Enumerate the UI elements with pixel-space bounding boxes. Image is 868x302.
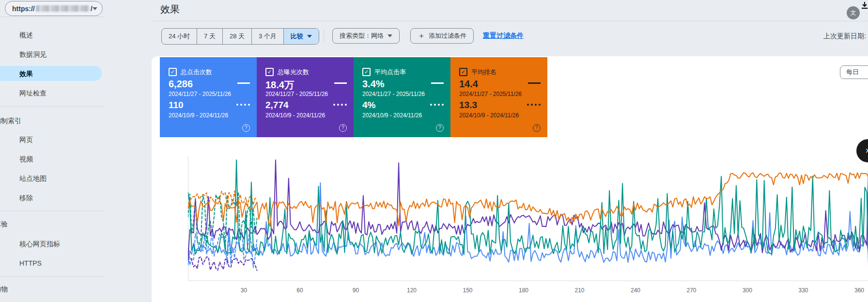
x-axis-tick-label: 90 xyxy=(353,287,359,294)
x-axis-tick-label: 60 xyxy=(296,287,303,294)
dotted-line-legend-icon xyxy=(333,104,347,106)
card-period-previous: 2024/10/9 - 2024/11/26 xyxy=(169,112,228,119)
header-divider xyxy=(153,21,868,21)
sidebar-item-insights[interactable]: 数据洞见 xyxy=(19,49,46,59)
card-period-previous: 2024/10/9 - 2024/11/26 xyxy=(265,112,325,119)
card-label: 总点击次数 xyxy=(181,68,212,76)
dotted-line-legend-icon xyxy=(236,104,250,106)
range-24h-button[interactable]: 24 小时 xyxy=(162,29,197,44)
granularity-daily-button[interactable]: 每日 xyxy=(840,65,868,79)
sidebar-item-videos[interactable]: 视频 xyxy=(19,154,33,164)
x-axis-tick-label: 300 xyxy=(743,287,752,294)
card-value-previous: 4% xyxy=(362,100,375,111)
chevron-down-icon xyxy=(93,7,97,10)
sidebar-item-sitemaps[interactable]: 站点地图 xyxy=(19,174,46,183)
property-url-redacted xyxy=(36,5,90,12)
help-icon[interactable]: ? xyxy=(533,124,541,132)
x-axis-tick-label: 360 xyxy=(854,287,864,294)
compare-button[interactable]: 比较 xyxy=(283,29,319,44)
translate-icon[interactable]: 文 xyxy=(847,6,860,19)
card-period-previous: 2024/10/9 - 2024/11/26 xyxy=(362,112,422,119)
sidebar-divider xyxy=(0,16,105,17)
sidebar-divider xyxy=(0,106,105,107)
card-total-clicks[interactable]: ✓ 总点击次数 6,286 2024/11/27 - 2025/11/26 11… xyxy=(160,57,257,137)
card-value-previous: 2,774 xyxy=(265,100,289,111)
card-label: 平均排名 xyxy=(471,68,496,76)
x-axis-tick-label: 330 xyxy=(798,287,808,294)
x-axis-tick-label: 270 xyxy=(686,287,696,294)
gsc-performance-page: { "page_bg": "#e9edf2", "accent_blue": "… xyxy=(0,0,868,302)
card-value-previous: 110 xyxy=(169,100,184,111)
card-period-current: 2024/11/27 - 2025/11/26 xyxy=(362,91,425,97)
card-period-current: 2024/11/27 - 2025/11/26 xyxy=(459,91,522,97)
x-axis-tick-labels: 306090120150180210240270300330360 xyxy=(188,287,868,296)
sidebar-active-pill xyxy=(0,66,102,81)
x-axis-tick-label: 150 xyxy=(463,287,472,294)
card-period-previous: 2024/10/9 - 2024/11/26 xyxy=(459,112,519,119)
card-label: 平均点击率 xyxy=(374,68,406,76)
chevron-down-icon xyxy=(388,34,392,37)
sidebar-item-pages[interactable]: 网页 xyxy=(19,135,33,144)
card-total-impressions[interactable]: ✓ 总曝光次数 18.4万 2024/11/27 - 2025/11/26 2,… xyxy=(257,57,354,137)
download-icon[interactable] xyxy=(861,1,868,11)
card-value-current: 6,286 xyxy=(169,79,193,90)
range-28d-button[interactable]: 28 天 xyxy=(222,29,251,44)
sidebar-item-core-web-vitals[interactable]: 核心网页指标 xyxy=(19,239,60,249)
checkbox-checked-icon[interactable]: ✓ xyxy=(459,68,467,76)
sidebar-item-overview[interactable]: 概述 xyxy=(19,30,33,40)
help-icon[interactable]: ? xyxy=(242,124,250,132)
checkbox-checked-icon[interactable]: ✓ xyxy=(362,68,371,76)
performance-chart xyxy=(188,156,868,283)
plus-icon: ＋ xyxy=(418,31,425,41)
card-value-current: 18.4万 xyxy=(265,79,294,92)
card-period-current: 2024/11/27 - 2025/11/26 xyxy=(265,91,328,97)
property-selector[interactable]: https:/// xyxy=(5,1,103,16)
solid-line-legend-icon xyxy=(334,82,347,84)
sidebar-section-indexing: 编制索引 xyxy=(0,116,21,126)
card-average-position[interactable]: ✓ 平均排名 14.4 2024/11/27 - 2025/11/26 13.3… xyxy=(450,57,547,137)
last-update-label: 上次更新日期: xyxy=(823,32,866,41)
card-value-previous: 13.3 xyxy=(459,100,477,111)
checkbox-checked-icon[interactable]: ✓ xyxy=(169,68,177,76)
x-axis-tick-label: 240 xyxy=(631,287,640,294)
help-icon[interactable]: ? xyxy=(436,124,444,132)
sidebar-item-https[interactable]: HTTPS xyxy=(19,258,42,268)
solid-line-legend-icon xyxy=(528,82,541,84)
x-axis-tick-label: 30 xyxy=(241,287,247,294)
solid-line-legend-icon xyxy=(237,82,250,84)
page-title: 效果 xyxy=(160,3,180,16)
property-url-prefix: https:// xyxy=(12,5,35,13)
sidebar-section-experience: 体验 xyxy=(0,219,8,229)
sidebar-divider xyxy=(0,276,105,277)
x-axis-tick-label: 210 xyxy=(574,287,584,294)
card-value-current: 3.4% xyxy=(362,79,385,90)
dotted-line-legend-icon xyxy=(430,104,444,106)
card-value-current: 14.4 xyxy=(459,79,478,90)
x-axis-tick-label: 180 xyxy=(519,287,528,294)
dotted-line-legend-icon xyxy=(527,104,541,106)
solid-line-legend-icon xyxy=(431,82,444,84)
x-axis-tick-label: 120 xyxy=(407,287,417,294)
sidebar-item-performance[interactable]: 效果 xyxy=(19,69,33,79)
help-icon[interactable]: ? xyxy=(339,124,347,132)
card-period-current: 2024/11/27 - 2025/11/26 xyxy=(169,91,231,97)
date-range-group: 24 小时 7 天 28 天 3 个月 比较 xyxy=(161,28,319,45)
sidebar-item-removals[interactable]: 移除 xyxy=(19,193,33,203)
range-7d-button[interactable]: 7 天 xyxy=(197,29,222,44)
card-average-ctr[interactable]: ✓ 平均点击率 3.4% 2024/11/27 - 2025/11/26 4% … xyxy=(354,57,450,137)
sidebar-divider xyxy=(0,211,105,211)
reset-filters-link[interactable]: 重置过滤条件 xyxy=(483,32,524,40)
sidebar-section-shopping: 购物 xyxy=(0,284,8,294)
add-filter-button[interactable]: ＋ 添加过滤条件 xyxy=(410,28,474,44)
chevron-down-icon xyxy=(307,35,312,38)
search-type-button[interactable]: 搜索类型：网络 xyxy=(332,28,400,44)
toolbar-separator xyxy=(324,29,324,43)
checkbox-checked-icon[interactable]: ✓ xyxy=(265,68,274,76)
card-label: 总曝光次数 xyxy=(278,68,309,76)
range-3m-button[interactable]: 3 个月 xyxy=(251,29,283,44)
sidebar-item-url-inspection[interactable]: 网址检查 xyxy=(19,88,46,98)
